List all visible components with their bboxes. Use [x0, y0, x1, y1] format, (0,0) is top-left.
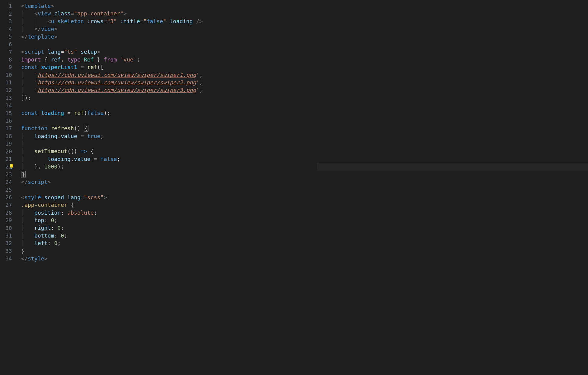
- line-number: 2: [0, 10, 18, 17]
- code-line[interactable]: </script>: [18, 178, 317, 186]
- lightbulb-icon[interactable]: 💡: [8, 164, 14, 169]
- code-line[interactable]: │ bottom: 0;: [18, 232, 317, 239]
- line-number: 31: [0, 232, 18, 239]
- line-number: 24: [0, 178, 18, 186]
- code-line[interactable]: <script lang="ts" setup>: [18, 48, 317, 55]
- line-number: 19: [0, 140, 18, 147]
- code-line[interactable]: │ setTimeout(() => {: [18, 147, 317, 155]
- line-number: 6: [0, 40, 18, 48]
- line-number: 14: [0, 102, 18, 109]
- line-number: 17: [0, 124, 18, 132]
- code-line[interactable]: │ <view class="app-container">: [18, 10, 317, 17]
- code-line[interactable]: │ position: absolute;: [18, 209, 317, 216]
- code-line[interactable]: │ right: 0;: [18, 224, 317, 232]
- line-number: 1: [0, 2, 18, 10]
- code-line[interactable]: [18, 40, 317, 48]
- code-line[interactable]: function refresh() {: [18, 124, 317, 132]
- line-number: 34: [0, 255, 18, 262]
- line-number: 27: [0, 201, 18, 209]
- line-number: 5: [0, 33, 18, 40]
- line-number: 9: [0, 63, 18, 71]
- code-line[interactable]: │ 'https://cdn.uviewui.com/uview/swiper/…: [18, 71, 317, 79]
- line-number: 18: [0, 132, 18, 140]
- editor-content: 1234567891011121314151617181920212223242…: [0, 0, 317, 375]
- line-number: 4: [0, 25, 18, 33]
- line-number: 13: [0, 94, 18, 102]
- code-line[interactable]: </template>: [18, 33, 317, 40]
- code-line[interactable]: ]);: [18, 94, 317, 102]
- code-line[interactable]: <template>: [18, 2, 317, 10]
- line-number: 15: [0, 109, 18, 117]
- line-number: 8: [0, 56, 18, 63]
- editor-empty-space: [317, 0, 588, 375]
- line-number: 10: [0, 71, 18, 79]
- line-number: 30: [0, 224, 18, 232]
- line-number: 26: [0, 194, 18, 201]
- code-line[interactable]: const loading = ref(false);: [18, 109, 317, 117]
- code-line[interactable]: import { ref, type Ref } from 'vue';: [18, 56, 317, 63]
- code-line[interactable]: │ │ <u-skeleton :rows="3" :title="false"…: [18, 17, 317, 25]
- line-number: 21: [0, 155, 18, 163]
- code-editor[interactable]: 1234567891011121314151617181920212223242…: [0, 0, 588, 375]
- code-line[interactable]: </style>: [18, 255, 317, 262]
- code-line[interactable]: [18, 186, 317, 193]
- code-line[interactable]: │ loading.value = true;: [18, 132, 317, 140]
- code-line[interactable]: │ </view>: [18, 25, 317, 33]
- code-line[interactable]: [18, 117, 317, 124]
- line-number: 20: [0, 147, 18, 155]
- code-line[interactable]: │: [18, 140, 317, 147]
- line-number: 29: [0, 216, 18, 224]
- line-number: 11: [0, 79, 18, 86]
- line-number: 25: [0, 186, 18, 193]
- line-number: 33: [0, 247, 18, 255]
- code-line[interactable]: │ 'https://cdn.uviewui.com/uview/swiper/…: [18, 86, 317, 94]
- code-line[interactable]: │ left: 0;: [18, 239, 317, 247]
- code-line[interactable]: <style scoped lang="scss">: [18, 194, 317, 201]
- line-number: 7: [0, 48, 18, 55]
- line-number: 16: [0, 117, 18, 124]
- code-text-area[interactable]: <template>│ <view class="app-container">…: [18, 0, 317, 375]
- line-number: 28: [0, 209, 18, 216]
- line-number: 12: [0, 86, 18, 94]
- line-number: 32: [0, 239, 18, 247]
- line-number: 3: [0, 17, 18, 25]
- line-number: 23: [0, 171, 18, 178]
- code-line[interactable]: const swiperList1 = ref([: [18, 63, 317, 71]
- code-line[interactable]: }: [18, 247, 317, 255]
- code-line[interactable]: │ │ loading.value = false;: [18, 155, 317, 163]
- line-number-gutter: 1234567891011121314151617181920212223242…: [0, 0, 18, 375]
- code-line[interactable]: .app-container {: [18, 201, 317, 209]
- code-line[interactable]: 💡│ }, 1000);: [18, 163, 317, 170]
- code-line[interactable]: │ 'https://cdn.uviewui.com/uview/swiper/…: [18, 79, 317, 86]
- code-line[interactable]: }: [18, 171, 317, 178]
- code-line[interactable]: │ top: 0;: [18, 216, 317, 224]
- code-line[interactable]: [18, 102, 317, 109]
